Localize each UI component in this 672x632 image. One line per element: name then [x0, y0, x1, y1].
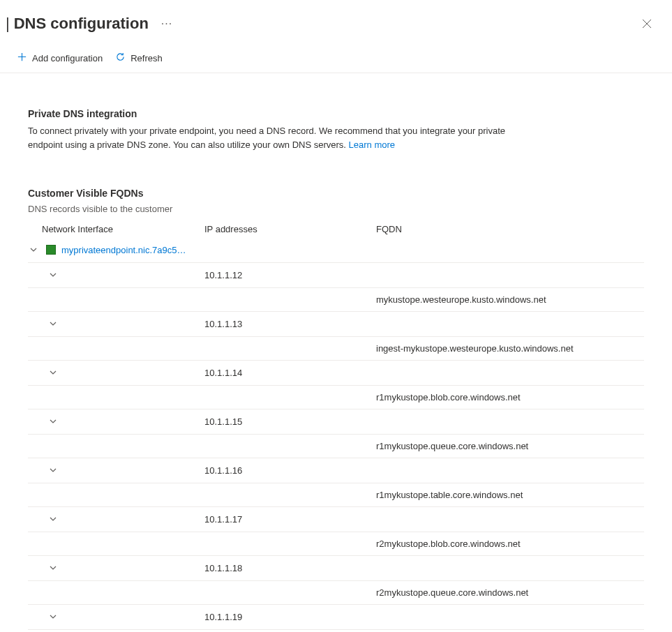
learn-more-link[interactable]: Learn more [349, 140, 395, 150]
page-title: DNS configuration [14, 15, 149, 33]
ip-row: 10.1.1.14 [28, 361, 644, 386]
fqdn-value: r2mykustope.blob.core.windows.net [376, 539, 644, 549]
close-button[interactable] [636, 13, 658, 35]
fqdn-row: r1mykustope.blob.core.windows.net [28, 386, 644, 409]
add-label: Add configuration [32, 53, 103, 63]
col-fqdn: FQDN [376, 224, 644, 234]
toolbar: Add configuration Refresh [0, 47, 672, 73]
panel-header: | DNS configuration ··· [0, 0, 672, 47]
chevron-down-icon[interactable] [47, 269, 59, 280]
ip-value: 10.1.1.14 [204, 368, 376, 378]
fqdn-value: r2mykustope.queue.core.windows.net [376, 587, 644, 598]
chevron-down-icon[interactable] [47, 465, 59, 476]
ip-value: 10.1.1.16 [204, 465, 376, 476]
col-ip: IP addresses [204, 224, 376, 234]
plus-icon [17, 52, 27, 64]
fqdn-row: r1mykustope.table.core.windows.net [28, 483, 644, 507]
fqdn-row: mykustope.westeurope.kusto.windows.net [28, 288, 644, 312]
ip-row: 10.1.1.12 [28, 263, 644, 288]
ip-row: 10.1.1.17 [28, 507, 644, 532]
nic-group-row: myprivateendpoint.nic.7a9c52… [28, 237, 644, 263]
ip-row: 10.1.1.13 [28, 312, 644, 337]
intro-desc: To connect privately with your private e… [28, 124, 516, 151]
content: Private DNS integration To connect priva… [0, 73, 672, 632]
add-configuration-button[interactable]: Add configuration [17, 52, 103, 64]
intro-desc-text: To connect privately with your private e… [28, 126, 505, 150]
fqdn-value: r1mykustope.table.core.windows.net [376, 490, 644, 500]
intro-section: Private DNS integration To connect priva… [28, 108, 644, 151]
ip-value: 10.1.1.18 [204, 563, 376, 573]
nic-icon [46, 245, 56, 255]
fqdn-row: r1mykustope.queue.core.windows.net [28, 435, 644, 458]
chevron-down-icon[interactable] [47, 318, 59, 329]
ip-row: 10.1.1.18 [28, 556, 644, 581]
ip-value: 10.1.1.15 [204, 416, 376, 427]
close-icon [642, 19, 652, 29]
nic-link[interactable]: myprivateendpoint.nic.7a9c52… [61, 245, 187, 255]
intro-title: Private DNS integration [28, 108, 644, 119]
chevron-down-icon[interactable] [47, 416, 59, 427]
fqdn-value: mykustope.westeurope.kusto.windows.net [376, 294, 644, 305]
fqdn-row: r2mykustope.queue.core.windows.net [28, 581, 644, 605]
ip-row: 10.1.1.15 [28, 409, 644, 435]
fqdn-row: r2mykustope.blob.core.windows.net [28, 532, 644, 556]
ip-value: 10.1.1.13 [204, 319, 376, 329]
fqdn-desc: DNS records visible to the customer [28, 204, 644, 214]
ip-value: 10.1.1.17 [204, 514, 376, 525]
title-prefix: | [6, 15, 10, 33]
table-header: Network Interface IP addresses FQDN [28, 221, 644, 237]
fqdn-title: Customer Visible FQDNs [28, 188, 644, 199]
chevron-down-icon[interactable] [47, 562, 59, 573]
ip-row: 10.1.1.16 [28, 458, 644, 483]
chevron-down-icon[interactable] [47, 611, 59, 622]
fqdn-value: r1mykustope.blob.core.windows.net [376, 392, 644, 402]
ip-value: 10.1.1.12 [204, 270, 376, 280]
refresh-icon [115, 52, 126, 64]
fqdn-section: Customer Visible FQDNs DNS records visib… [28, 188, 644, 632]
refresh-button[interactable]: Refresh [115, 52, 163, 64]
chevron-down-icon[interactable] [28, 244, 39, 255]
fqdn-row: ingest-mykustope.westeurope.kusto.window… [28, 337, 644, 361]
chevron-down-icon[interactable] [47, 367, 59, 378]
fqdn-value: ingest-mykustope.westeurope.kusto.window… [376, 343, 644, 354]
chevron-down-icon[interactable] [47, 513, 59, 525]
more-icon[interactable]: ··· [161, 17, 172, 30]
fqdn-rows: 10.1.1.12mykustope.westeurope.kusto.wind… [28, 263, 644, 632]
ip-value: 10.1.1.19 [204, 612, 376, 622]
fqdn-value: r1mykustope.queue.core.windows.net [376, 441, 644, 451]
refresh-label: Refresh [130, 53, 163, 63]
col-network-interface: Network Interface [35, 224, 204, 234]
ip-row: 10.1.1.19 [28, 605, 644, 630]
